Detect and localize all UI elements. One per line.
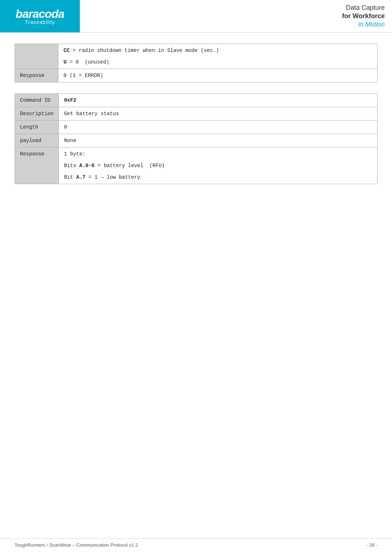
table-row-description: Description Get battery status [15,107,377,121]
label-response2: Response [15,147,59,184]
value-cell-response1: 0 (1 = ERROR) [58,69,377,82]
length-value: 0 [64,124,67,130]
response2-line2: Bits A.0-6 = battery level (RFU) [64,163,164,169]
label-cell-response1: Response [15,69,58,82]
table-row-payload: payload None [15,134,377,147]
cc-line1: CC = radio shutdown timer when in Slave … [64,48,219,53]
logo-brand: baracoda [16,7,64,21]
logo-area: baracoda Traceability [0,0,80,32]
command-id-label: Command ID [20,97,50,103]
response2-line3: Bit A.7 = 1 → low battery [64,174,140,180]
footer-right: - 26 - [367,542,377,548]
payload-value: None [64,138,76,143]
command-id-value: 0xF2 [64,97,76,103]
response2-label: Response [20,151,44,157]
page-footer: ToughRunners / ScanWear – Communication … [0,538,392,548]
header-taglines: Data Capture for Workforce in Motion [80,0,392,32]
payload-label: payload [20,138,41,143]
table-command-0xf2: Command ID 0xF2 Description Get battery … [15,93,377,184]
cc-line2: U = 0 (unused) [64,59,109,65]
value-length: 0 [59,121,377,134]
label-length: Length [15,121,59,134]
logo: baracoda Traceability [16,7,64,25]
header-line1: Data Capture [346,4,385,12]
value-cell-cc: CC = radio shutdown timer when in Slave … [58,44,377,69]
main-content: CC = radio shutdown timer when in Slave … [0,33,392,206]
footer-left: ToughRunners / ScanWear – Communication … [15,542,138,548]
table-row-command-id: Command ID 0xF2 [15,94,377,107]
label-command-id: Command ID [15,94,59,107]
length-label: Length [20,124,38,130]
label-payload: payload [15,134,59,147]
page-header: baracoda Traceability Data Capture for W… [0,0,392,33]
value-command-id: 0xF2 [59,94,377,107]
table-row: CC = radio shutdown timer when in Slave … [15,44,377,69]
description-value: Get battery status [64,111,119,117]
table-row-response2: Response 1 byte: Bits A.0-6 = battery le… [15,147,377,184]
description-label: Description [20,111,53,117]
response-label1: Response [20,73,44,78]
header-line3: in Motion [358,21,385,28]
table-row: Response 0 (1 = ERROR) [15,69,377,82]
label-cell-empty [15,44,58,69]
table-row-length: Length 0 [15,121,377,134]
table-prev-command: CC = radio shutdown timer when in Slave … [15,44,377,82]
value-response2: 1 byte: Bits A.0-6 = battery level (RFU)… [59,147,377,184]
header-line2: for Workforce [342,12,385,20]
label-description: Description [15,107,59,121]
value-payload: None [59,134,377,147]
response-value1: 0 (1 = ERROR) [64,73,103,78]
response2-line1: 1 byte: [64,151,85,157]
value-description: Get battery status [59,107,377,121]
